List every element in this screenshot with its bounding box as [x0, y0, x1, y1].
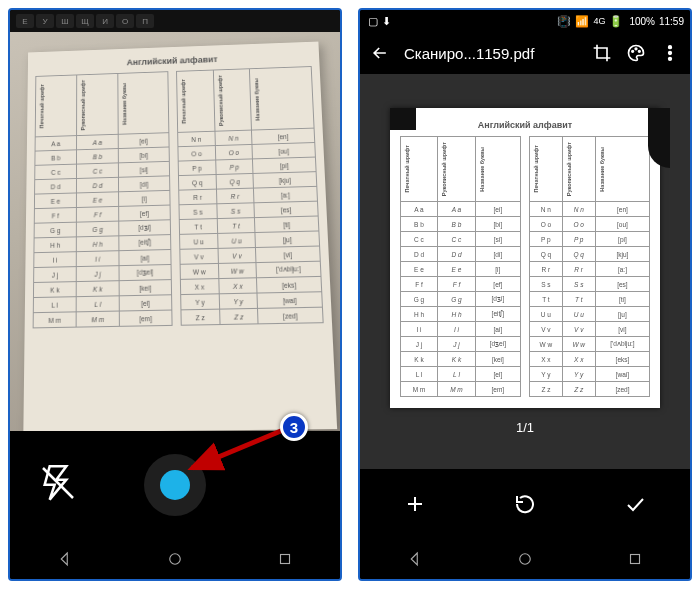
nav-back-icon[interactable] [406, 550, 424, 568]
notif-image-icon: ▢ [368, 15, 378, 28]
svg-point-4 [635, 48, 637, 50]
alphabet-table-right: Печатный шрифтРукописный шрифтНазвание б… [176, 66, 324, 326]
svg-point-1 [170, 554, 181, 565]
app-bar: Сканиро...1159.pdf [360, 32, 690, 74]
camera-controls-bar [10, 431, 340, 539]
palette-icon[interactable] [626, 43, 646, 63]
captured-document: Английский алфавит Печатный шрифтРукопис… [23, 42, 337, 431]
physical-keyboard-strip: ЕУШЩИОП [10, 10, 340, 32]
nav-home-icon[interactable] [516, 550, 534, 568]
camera-viewfinder[interactable]: Английский алфавит Печатный шрифтРукопис… [10, 32, 340, 431]
confirm-check-icon[interactable] [623, 492, 647, 516]
retake-icon[interactable] [513, 492, 537, 516]
keyboard-key: Е [16, 14, 34, 28]
alphabet-table-left: Печатный шрифтРукописный шрифтНазвание б… [33, 71, 173, 328]
battery-percent: 100% [629, 16, 655, 27]
network-4g-icon: 4G [593, 16, 605, 26]
svg-point-7 [669, 52, 672, 55]
more-menu-icon[interactable] [660, 43, 680, 63]
scanned-doc-title: Английский алфавит [400, 120, 651, 130]
phone-right-preview: ▢ ⬇ 📳 📶 4G 🔋 100% 11:59 Сканиро...1159.p… [358, 8, 692, 581]
svg-point-6 [669, 46, 672, 49]
add-page-icon[interactable] [403, 492, 427, 516]
vibrate-icon: 📳 [557, 15, 571, 28]
page-counter: 1/1 [516, 420, 534, 435]
document-filename: Сканиро...1159.pdf [404, 45, 578, 62]
nav-recent-icon[interactable] [626, 550, 644, 568]
status-bar: ▢ ⬇ 📳 📶 4G 🔋 100% 11:59 [360, 10, 690, 32]
scanned-table-right: Печатный шрифтРукописный шрифтНазвание б… [529, 136, 650, 397]
nav-back-icon[interactable] [56, 550, 74, 568]
svg-point-3 [632, 51, 634, 53]
nav-home-icon[interactable] [166, 550, 184, 568]
signal-icon: 📶 [575, 15, 589, 28]
svg-line-0 [43, 468, 73, 498]
phone-left-camera: ЕУШЩИОП Английский алфавит Печатный шриф… [8, 8, 342, 581]
android-navbar [360, 539, 690, 579]
battery-icon: 🔋 [609, 15, 623, 28]
keyboard-key: У [36, 14, 54, 28]
svg-rect-10 [631, 555, 640, 564]
crop-icon[interactable] [592, 43, 612, 63]
android-navbar [10, 539, 340, 579]
preview-action-bar [360, 469, 690, 539]
annotation-badge-3: 3 [280, 413, 308, 441]
svg-point-5 [639, 51, 641, 53]
shutter-button-inner [160, 470, 190, 500]
clock: 11:59 [659, 16, 684, 27]
keyboard-key: Ш [56, 14, 74, 28]
keyboard-key: Щ [76, 14, 94, 28]
keyboard-key: П [136, 14, 154, 28]
keyboard-key: О [116, 14, 134, 28]
scanned-page: Английский алфавит Печатный шрифтРукопис… [390, 108, 661, 408]
back-arrow-icon[interactable] [370, 43, 390, 63]
svg-point-9 [520, 554, 531, 565]
svg-rect-2 [281, 555, 290, 564]
scan-preview-area[interactable]: Английский алфавит Печатный шрифтРукопис… [360, 74, 690, 469]
svg-point-8 [669, 58, 672, 61]
keyboard-key: И [96, 14, 114, 28]
flash-off-icon[interactable] [38, 463, 78, 508]
shutter-button[interactable] [144, 454, 206, 516]
notif-download-icon: ⬇ [382, 15, 391, 28]
scanned-table-left: Печатный шрифтРукописный шрифтНазвание б… [400, 136, 521, 397]
nav-recent-icon[interactable] [276, 550, 294, 568]
